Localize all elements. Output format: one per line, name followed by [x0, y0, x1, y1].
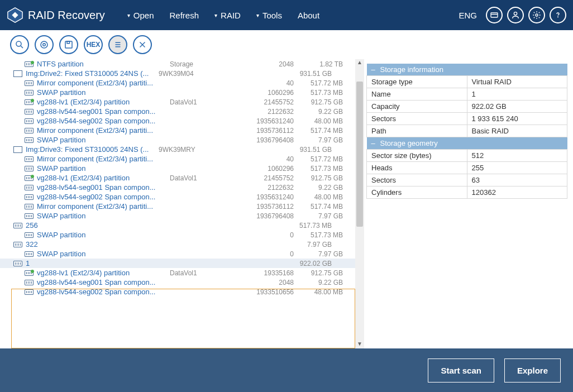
scan-icon[interactable] — [10, 35, 29, 54]
device-icon — [13, 146, 22, 153]
info-row: Capacity922.02 GB — [367, 101, 567, 113]
tree-row[interactable]: SWAP partition1060296517.73 MB — [0, 164, 355, 173]
tree-row[interactable]: vg288-lv1 (Ext2/3/4) partitionDataVol121… — [0, 97, 355, 107]
menu-refresh[interactable]: Refresh — [170, 11, 199, 20]
item-size: 912.75 GB — [298, 174, 348, 182]
item-name: Img:Drive2: Fixed ST310005 24NS (... — [26, 69, 149, 78]
list-icon[interactable] — [108, 35, 127, 54]
tree-row[interactable]: vg288-lv544-seg001 Span compon...2122632… — [0, 107, 355, 116]
tree-row[interactable]: vg288-lv544-seg001 Span compon...20489.2… — [0, 278, 355, 287]
tree-row[interactable]: vg288-lv1 (Ext2/3/4) partitionDataVol121… — [0, 173, 355, 183]
item-sectors: 21455752 — [220, 98, 298, 106]
gear-icon[interactable] — [528, 7, 545, 23]
tree-row[interactable]: vg288-lv1 (Ext2/3/4) partitionDataVol119… — [0, 268, 355, 278]
main-content: NTFS partitionStorage20481.82 TBImg:Driv… — [0, 59, 573, 348]
item-sectors: 1936796408 — [220, 136, 298, 144]
item-sectors: 1060296 — [220, 165, 298, 173]
section-storage-geometry[interactable]: –Storage geometry — [367, 137, 567, 150]
language-selector[interactable]: ENG — [459, 11, 477, 20]
tree-row[interactable]: 3227.97 GB — [0, 240, 355, 249]
info-row: Cylinders120362 — [367, 187, 567, 199]
info-value: 120362 — [467, 187, 567, 199]
scroll-up-icon[interactable]: ▲ — [356, 59, 363, 67]
item-name: Img:Drive3: Fixed ST310005 24NS (... — [26, 145, 149, 154]
start-scan-button[interactable]: Start scan — [428, 358, 494, 383]
menu-open[interactable]: ▾Open — [127, 11, 154, 20]
item-sectors: 2122632 — [220, 108, 298, 116]
info-value: 1 — [467, 88, 567, 101]
item-name: vg288-lv544-seg002 Span compon... — [37, 288, 155, 296]
item-sectors: 1936796408 — [220, 212, 298, 220]
menu-tools[interactable]: ▾Tools — [256, 11, 282, 20]
tree-row[interactable]: Mirror component (Ext2/3/4) partiti...40… — [0, 154, 355, 164]
scrollbar[interactable]: ▲ ▼ — [355, 59, 364, 348]
user-icon[interactable] — [507, 7, 524, 23]
menu-about[interactable]: About — [298, 11, 319, 20]
device-icon — [25, 175, 34, 181]
info-row: Name1 — [367, 88, 567, 101]
item-name: SWAP partition — [37, 88, 85, 97]
tree-row[interactable]: SWAP partition19367964087.97 GB — [0, 135, 355, 145]
explore-button[interactable]: Explore — [504, 358, 561, 383]
item-sectors: 0 — [220, 250, 298, 258]
device-icon — [25, 99, 34, 106]
tree-row[interactable]: NTFS partitionStorage20481.82 TB — [0, 59, 355, 69]
section-storage-info[interactable]: –Storage information — [367, 64, 567, 76]
tree-row[interactable]: Img:Drive3: Fixed ST310005 24NS (...9WK3… — [0, 145, 355, 154]
app-title: RAID Recovery — [28, 9, 105, 22]
item-name: SWAP partition — [37, 164, 85, 173]
tree-row[interactable]: Mirror component (Ext2/3/4) partiti...19… — [0, 126, 355, 135]
help-icon[interactable] — [550, 7, 566, 23]
item-sectors: 1935736112 — [220, 127, 298, 135]
device-icon — [25, 213, 34, 219]
device-icon — [25, 194, 34, 200]
collapse-icon[interactable]: – — [371, 65, 377, 74]
tree-row[interactable]: Img:Drive2: Fixed ST310005 24NS (...9WK3… — [0, 69, 355, 78]
scroll-thumb[interactable] — [356, 82, 363, 227]
tree-row[interactable]: Mirror component (Ext2/3/4) partiti...40… — [0, 78, 355, 88]
storage-tree[interactable]: NTFS partitionStorage20481.82 TBImg:Driv… — [0, 59, 355, 348]
save-icon[interactable] — [59, 35, 78, 54]
close-icon[interactable] — [133, 35, 152, 54]
top-menubar: RAID Recovery ▾Open Refresh ▾RAID ▾Tools… — [0, 0, 573, 30]
item-size: 517.73 MB — [298, 165, 348, 173]
item-size: 7.97 GB — [298, 250, 348, 258]
item-label: 9WK39M04 — [159, 70, 209, 78]
item-size: 7.97 GB — [298, 212, 348, 220]
tree-row[interactable]: SWAP partition1060296517.73 MB — [0, 88, 355, 97]
caret-icon: ▾ — [214, 12, 217, 18]
menu-raid[interactable]: ▾RAID — [214, 11, 241, 20]
device-icon — [25, 270, 34, 276]
svg-point-9 — [43, 44, 46, 46]
top-icon-group — [486, 7, 566, 23]
item-sectors: 19335168 — [220, 269, 298, 277]
menu-raid-label: RAID — [221, 11, 241, 20]
collapse-icon[interactable]: – — [371, 139, 377, 147]
info-value: 512 — [467, 150, 567, 162]
scroll-down-icon[interactable]: ▼ — [356, 341, 363, 348]
info-panel: –Storage information Storage typeVirtual… — [364, 59, 573, 348]
toolbar: HEX — [0, 30, 573, 59]
tree-row[interactable]: vg288-lv544-seg001 Span compon...2122632… — [0, 183, 355, 192]
svg-point-3 — [514, 12, 517, 15]
bottom-bar: Start scan Explore — [0, 348, 573, 392]
item-name: vg288-lv544-seg002 Span compon... — [37, 117, 155, 125]
tree-row[interactable]: vg288-lv544-seg002 Span compon...1935631… — [0, 192, 355, 202]
section-title: Storage information — [380, 65, 443, 74]
tree-row[interactable]: SWAP partition0517.73 MB — [0, 230, 355, 240]
tree-row[interactable]: vg288-lv544-seg002 Span compon...1933510… — [0, 287, 355, 297]
tree-row[interactable]: vg288-lv544-seg002 Span compon...1935631… — [0, 116, 355, 126]
tree-row[interactable]: 256517.73 MB — [0, 221, 355, 230]
tree-row[interactable]: Mirror component (Ext2/3/4) partiti...19… — [0, 202, 355, 211]
card-icon[interactable] — [486, 7, 503, 23]
tree-row[interactable]: 1922.02 GB — [0, 259, 355, 268]
tree-row[interactable]: SWAP partition19367964087.97 GB — [0, 211, 355, 221]
tree-row[interactable]: SWAP partition07.97 GB — [0, 249, 355, 259]
raid-icon[interactable] — [35, 35, 54, 54]
hex-button[interactable]: HEX — [84, 35, 103, 54]
device-icon — [13, 260, 22, 267]
item-sectors: 40 — [220, 79, 298, 87]
info-value: Basic RAID — [467, 125, 567, 137]
menu-refresh-label: Refresh — [170, 11, 199, 20]
menu-about-label: About — [298, 11, 319, 20]
